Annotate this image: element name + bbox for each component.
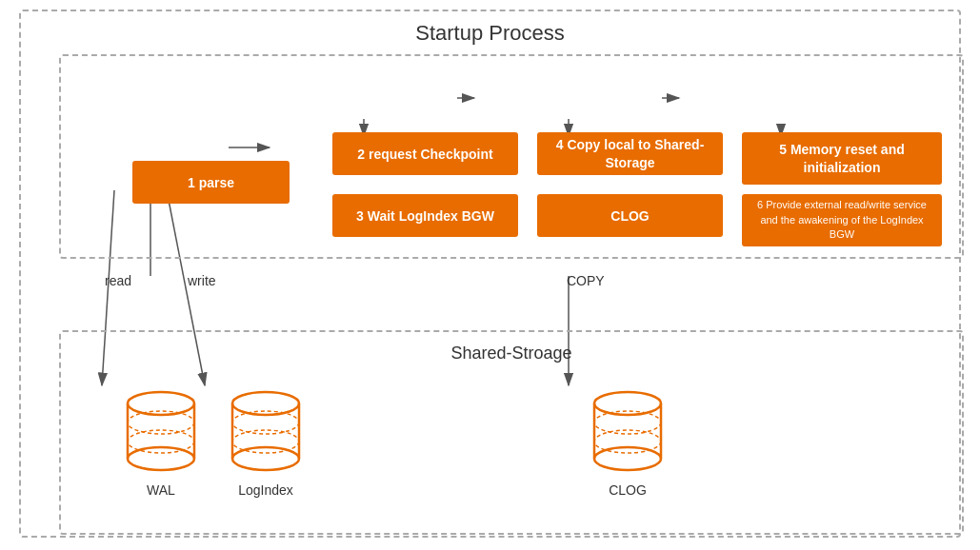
outer-container: Startup Process 1 parse 2 request Checkp… [19,10,961,538]
svg-point-17 [128,447,194,470]
shared-storage-box: Shared-Stroage WAL [59,330,964,535]
svg-point-19 [128,430,194,453]
read-label: read [105,273,131,288]
write-label: write [188,273,216,288]
provide-service-button[interactable]: 6 Provide external read/write service an… [742,194,942,246]
logindex-db-icon [228,389,304,475]
startup-title: Startup Process [40,21,940,46]
svg-point-20 [232,392,299,415]
wait-logindex-button[interactable]: 3 Wait LogIndex BGW [332,194,518,237]
svg-point-31 [594,447,661,470]
checkpoint-button[interactable]: 2 request Checkpoint [332,132,518,175]
copy-label: COPY [567,273,605,288]
svg-point-13 [128,392,194,415]
svg-point-26 [232,430,299,453]
svg-point-33 [594,430,661,453]
memory-reset-button[interactable]: 5 Memory reset and initialization [742,132,942,185]
clog-db-icon [590,389,666,475]
logindex-database: LogIndex [228,389,304,498]
svg-point-27 [594,392,661,415]
wal-db-icon [123,389,199,475]
clog-button[interactable]: CLOG [537,194,723,237]
shared-storage-title: Shared-Stroage [61,344,962,363]
parse-button[interactable]: 1 parse [132,161,290,204]
startup-steps-box: 1 parse 2 request Checkpoint 4 Copy loca… [59,54,964,259]
clog-database: CLOG [590,389,666,498]
wal-database: WAL [123,389,199,498]
svg-point-24 [232,447,299,470]
copy-button[interactable]: 4 Copy local to Shared-Storage [537,132,723,175]
